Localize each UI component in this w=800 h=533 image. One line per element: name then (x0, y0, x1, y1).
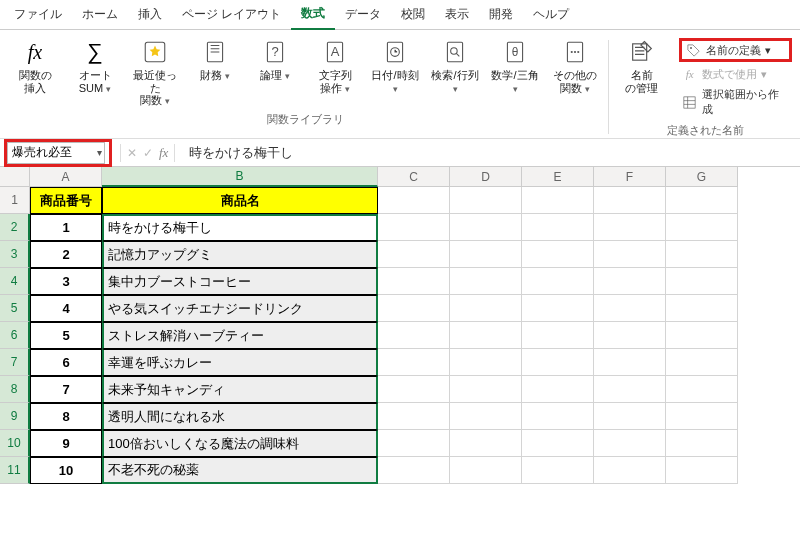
define-name-button[interactable]: 名前の定義 ▾ (679, 38, 792, 62)
row-header-7[interactable]: 7 (0, 349, 30, 376)
cell[interactable] (666, 403, 738, 430)
recently-used-button[interactable]: 最近使った 関数 ▾ (128, 36, 182, 109)
cell[interactable] (378, 187, 450, 214)
col-header-f[interactable]: F (594, 167, 666, 187)
cell[interactable] (594, 430, 666, 457)
cell[interactable] (522, 376, 594, 403)
datetime-button[interactable]: 日付/時刻 ▾ (368, 36, 422, 96)
cell[interactable] (450, 322, 522, 349)
col-header-d[interactable]: D (450, 167, 522, 187)
cell[interactable] (666, 187, 738, 214)
tab-formulas[interactable]: 数式 (291, 0, 335, 30)
cell-b6[interactable]: ストレス解消ハーブティー (102, 322, 378, 349)
cell[interactable] (450, 403, 522, 430)
cell[interactable] (666, 268, 738, 295)
cell-a1[interactable]: 商品番号 (30, 187, 102, 214)
accept-icon[interactable]: ✓ (143, 146, 153, 160)
cell[interactable] (666, 241, 738, 268)
tab-file[interactable]: ファイル (4, 0, 72, 29)
row-header-6[interactable]: 6 (0, 322, 30, 349)
col-header-e[interactable]: E (522, 167, 594, 187)
cell[interactable] (594, 241, 666, 268)
cell[interactable] (522, 349, 594, 376)
cell-b9[interactable]: 透明人間になれる水 (102, 403, 378, 430)
cell-b5[interactable]: やる気スイッチエナジードリンク (102, 295, 378, 322)
cell[interactable] (666, 295, 738, 322)
cell[interactable] (522, 268, 594, 295)
name-box[interactable]: 爆売れ必至 ▾ (7, 142, 105, 164)
col-header-a[interactable]: A (30, 167, 102, 187)
cell[interactable] (450, 241, 522, 268)
cell-a10[interactable]: 9 (30, 430, 102, 457)
row-header-5[interactable]: 5 (0, 295, 30, 322)
use-in-formula-button[interactable]: fx 数式で使用 ▾ (679, 65, 792, 83)
tab-pagelayout[interactable]: ページ レイアウト (172, 0, 291, 29)
cell-b1[interactable]: 商品名 (102, 187, 378, 214)
cell[interactable] (666, 457, 738, 484)
cell[interactable] (594, 295, 666, 322)
math-button[interactable]: θ 数学/三角 ▾ (488, 36, 542, 96)
cell[interactable] (450, 457, 522, 484)
text-button[interactable]: A 文字列 操作 ▾ (308, 36, 362, 96)
cell[interactable] (594, 457, 666, 484)
cell-a3[interactable]: 2 (30, 241, 102, 268)
tab-insert[interactable]: 挿入 (128, 0, 172, 29)
cell-a4[interactable]: 3 (30, 268, 102, 295)
cell[interactable] (666, 349, 738, 376)
select-all-corner[interactable] (0, 167, 30, 187)
cell[interactable] (522, 295, 594, 322)
cell[interactable] (378, 241, 450, 268)
cell-a8[interactable]: 7 (30, 376, 102, 403)
name-manager-button[interactable]: 名前 の管理 (615, 36, 669, 96)
cell[interactable] (450, 214, 522, 241)
cell[interactable] (522, 214, 594, 241)
cell[interactable] (378, 457, 450, 484)
cell[interactable] (594, 376, 666, 403)
col-header-b[interactable]: B (102, 167, 378, 187)
cell-b11[interactable]: 不老不死の秘薬 (102, 457, 378, 484)
cell[interactable] (594, 322, 666, 349)
logical-button[interactable]: ? 論理 ▾ (248, 36, 302, 84)
cell[interactable] (594, 268, 666, 295)
cell[interactable] (594, 187, 666, 214)
cell[interactable] (522, 430, 594, 457)
cell[interactable] (666, 430, 738, 457)
cell[interactable] (378, 295, 450, 322)
tab-data[interactable]: データ (335, 0, 391, 29)
cell[interactable] (378, 349, 450, 376)
cell[interactable] (666, 322, 738, 349)
lookup-button[interactable]: 検索/行列 ▾ (428, 36, 482, 96)
cell-a2[interactable]: 1 (30, 214, 102, 241)
row-header-11[interactable]: 11 (0, 457, 30, 484)
tab-developer[interactable]: 開発 (479, 0, 523, 29)
cell[interactable] (450, 268, 522, 295)
cell[interactable] (594, 403, 666, 430)
row-header-8[interactable]: 8 (0, 376, 30, 403)
row-header-3[interactable]: 3 (0, 241, 30, 268)
row-header-4[interactable]: 4 (0, 268, 30, 295)
cell[interactable] (594, 214, 666, 241)
tab-help[interactable]: ヘルプ (523, 0, 579, 29)
row-header-10[interactable]: 10 (0, 430, 30, 457)
cell[interactable] (522, 187, 594, 214)
fx-icon[interactable]: fx (159, 145, 168, 161)
cell-a9[interactable]: 8 (30, 403, 102, 430)
formula-input[interactable]: 時をかける梅干し (183, 142, 796, 164)
cell[interactable] (378, 268, 450, 295)
cell[interactable] (450, 376, 522, 403)
autosum-button[interactable]: ∑ オート SUM ▾ (68, 36, 122, 96)
cell[interactable] (450, 295, 522, 322)
cell[interactable] (522, 241, 594, 268)
more-functions-button[interactable]: その他の 関数 ▾ (548, 36, 602, 96)
cell[interactable] (378, 376, 450, 403)
row-header-2[interactable]: 2 (0, 214, 30, 241)
cell[interactable] (378, 214, 450, 241)
insert-function-button[interactable]: fx 関数の 挿入 (8, 36, 62, 96)
create-from-selection-button[interactable]: 選択範囲から作成 (679, 86, 792, 118)
cell[interactable] (594, 349, 666, 376)
col-header-g[interactable]: G (666, 167, 738, 187)
row-header-1[interactable]: 1 (0, 187, 30, 214)
cell-a5[interactable]: 4 (30, 295, 102, 322)
cell-b4[interactable]: 集中力ブーストコーヒー (102, 268, 378, 295)
cell[interactable] (378, 430, 450, 457)
